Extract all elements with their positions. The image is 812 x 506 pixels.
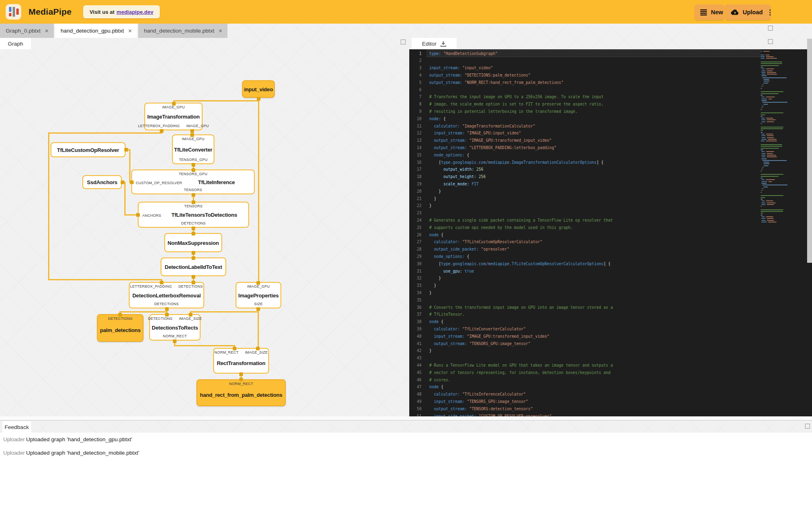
tab-editor[interactable]: Editor [412, 38, 457, 49]
node-port-labels: SIZE [236, 302, 280, 306]
minimap-mark [767, 137, 774, 138]
code-editor[interactable]: 1type: "HandDetectionSubgraph"23input_st… [409, 49, 812, 416]
graph-node-RectTransformation[interactable]: NORM_RECTIMAGE_SIZERectTransformation [213, 348, 269, 374]
line-number: 10 [409, 115, 421, 123]
minimap-mark [766, 216, 773, 217]
code-line: output_stream: "LETTERBOX_PADDING:letter… [429, 144, 556, 152]
code-line: node_options: { [429, 253, 469, 260]
editor-minimap[interactable] [761, 51, 801, 414]
code-line: [type.googleapis.com/mediapipe.ImageTran… [429, 159, 604, 166]
code-line: output_width: 256 [429, 166, 483, 173]
download-icon[interactable] [440, 41, 446, 47]
graph-node-NonMaxSuppression[interactable]: NonMaxSuppression [164, 233, 222, 252]
more-options-icon[interactable]: ⋮ [766, 9, 773, 16]
minimap-mark [762, 188, 763, 189]
line-number: 45 [409, 369, 421, 376]
code-line: calculator: "TfLiteConverterCalculator" [429, 326, 526, 333]
port-square [192, 200, 195, 204]
code-line: node: { [429, 115, 446, 123]
line-number: 12 [409, 130, 421, 137]
file-tab-hand_detection_mobile.pbtxt[interactable]: hand_detection_mobile.pbtxt✕ [138, 24, 227, 38]
minimap-mark [761, 134, 765, 134]
line-number: 13 [409, 137, 421, 144]
feedback-panel-expand-icon[interactable] [805, 424, 810, 429]
minimap-mark [761, 183, 767, 184]
graph-node-DetectionsToRects[interactable]: DETECTIONSIMAGE_SIZEDetectionsToRectsNOR… [149, 314, 201, 341]
graph-panel-expand-icon[interactable] [401, 40, 406, 44]
port-square [160, 281, 163, 284]
minimap-mark [761, 179, 765, 180]
minimap-mark [767, 204, 774, 205]
port-square [165, 313, 169, 317]
node-port-labels: TENSORS_GPU [173, 158, 214, 162]
editor-scrollbar[interactable] [807, 39, 812, 263]
panels-scrollbar-band[interactable] [0, 416, 812, 420]
minimap-mark [761, 156, 766, 157]
graph-canvas[interactable]: input_videoIMAGE_GPUImageTransformationL… [0, 0, 408, 416]
tabstrip-expand-icon[interactable] [768, 26, 773, 31]
line-number: 51 [409, 413, 421, 417]
code-line: output_stream: "NORM_RECT:hand_rect_from… [429, 79, 563, 86]
minimap-mark [761, 68, 765, 69]
graph-node-input_video[interactable]: input_video [242, 80, 275, 98]
tab-feedback[interactable]: Feedback [2, 421, 31, 433]
minimap-mark [761, 100, 767, 101]
minimap-mark [761, 146, 782, 147]
minimap-mark [766, 118, 773, 119]
minimap-mark [761, 70, 765, 71]
node-port-labels: TENSORS_GPU [132, 172, 254, 176]
minimap-mark [761, 91, 783, 92]
minimap-mark [761, 97, 765, 97]
line-number: 46 [409, 376, 421, 384]
port-square [256, 307, 260, 311]
node-port-labels: DETECTIONS [98, 317, 143, 321]
line-number: 7 [409, 93, 421, 101]
app-header: MediaPipe Visit us at mediapipe.dev New … [0, 0, 812, 24]
graph-node-palm_detections[interactable]: DETECTIONSpalm_detections [97, 314, 143, 342]
minimap-mark [767, 74, 777, 75]
graph-node-SsdAnchors[interactable]: SsdAnchors [82, 175, 122, 189]
code-line: node_options: { [429, 152, 469, 159]
file-tab-Graph_0.pbtxt[interactable]: Graph_0.pbtxt✕ [0, 24, 54, 38]
close-tab-icon[interactable]: ✕ [45, 28, 49, 34]
graph-node-TfLiteConverter[interactable]: IMAGE_GPUTfLiteConverterTENSORS_GPU [172, 134, 214, 164]
code-line: } [429, 289, 432, 297]
upload-button[interactable]: Upload ⋮ [725, 4, 771, 20]
port-square [192, 232, 195, 235]
code-line: input_side_packet: "CUSTOM_OP_RESOLVER:o… [429, 413, 552, 417]
line-number: 34 [409, 289, 421, 297]
port-square [124, 148, 128, 152]
graph-node-TfLiteCustomOpResolver[interactable]: TfLiteCustomOpResolver [51, 142, 126, 157]
graph-edge [129, 149, 130, 183]
graph-edge [48, 132, 162, 134]
tab-graph[interactable]: Graph [0, 38, 31, 49]
line-number: 40 [409, 333, 421, 340]
graph-node-DetectionLetterboxRemoval[interactable]: LETTERBOX_PADDINGDETECTIONSDetectionLett… [129, 282, 204, 308]
minimap-mark [761, 51, 762, 52]
line-number: 49 [409, 398, 421, 405]
new-button[interactable]: New [695, 4, 724, 20]
code-line: output_stream: "IMAGE_GPU:transformed_in… [429, 137, 552, 144]
close-tab-icon[interactable]: ✕ [128, 28, 132, 34]
line-number: 4 [409, 72, 421, 79]
graph-node-ImageTransformation[interactable]: IMAGE_GPUImageTransformationLETTERBOX_PA… [144, 103, 203, 130]
graph-node-ImageProperties[interactable]: IMAGE_GPUImagePropertiesSIZE [236, 282, 281, 308]
code-line: calculator: "ImageTransformationCalculat… [429, 123, 535, 130]
editor-panel-expand-icon[interactable] [768, 39, 773, 44]
mediapipe-dev-link[interactable]: mediapipe.dev [117, 9, 153, 15]
line-number: 35 [409, 297, 421, 304]
code-line: scale_mode: FIT [429, 180, 479, 188]
graph-node-hand_rect_from_palm_detections[interactable]: NORM_RECThand_rect_from_palm_detections [196, 379, 286, 406]
minimap-mark [768, 181, 772, 182]
minimap-mark [763, 83, 769, 84]
close-tab-icon[interactable]: ✕ [218, 28, 223, 34]
line-number: 20 [409, 188, 421, 195]
file-tab-hand_detection_gpu.pbtxt[interactable]: hand_detection_gpu.pbtxt✕ [55, 24, 137, 38]
line-number: 23 [409, 209, 421, 217]
graph-node-DetectionLabelIdToText[interactable]: DetectionLabelIdToText [161, 257, 226, 276]
line-number: 44 [409, 362, 421, 369]
graph-node-TfLiteInference[interactable]: TENSORS_GPUCUSTOM_OP_RESOLVERTfLiteInfer… [131, 169, 255, 194]
graph-edge [258, 311, 259, 350]
graph-node-TfLiteTensorsToDetections[interactable]: TENSORSANCHORSTfLiteTensorsToDetectionsD… [138, 202, 249, 228]
code-line: } [429, 188, 441, 195]
